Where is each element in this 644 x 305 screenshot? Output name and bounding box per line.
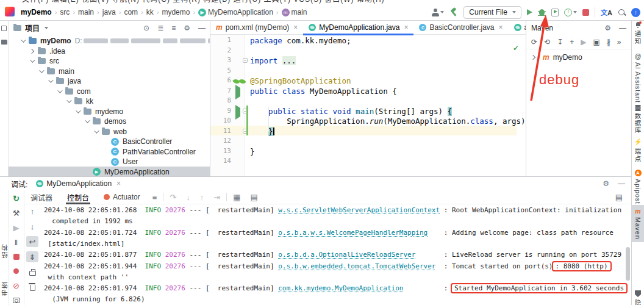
clear-console-button[interactable] bbox=[26, 282, 38, 293]
chevron-down-icon[interactable] bbox=[57, 88, 62, 93]
reload-project-button[interactable]: ⟲ bbox=[544, 38, 550, 46]
execute-goal-button[interactable]: ▣ bbox=[593, 38, 599, 46]
modify-run-configuration-button[interactable]: ⚒ bbox=[10, 208, 23, 218]
search-everywhere-button[interactable] bbox=[618, 9, 626, 16]
tree-item-java[interactable]: java bbox=[9, 76, 210, 87]
tree-item-web[interactable]: web bbox=[9, 126, 210, 137]
menu-bar-clipped[interactable]: 文件(F) 编辑(E) 视图(V) 导航(N) 代码(C) 重构(R) 构建(B… bbox=[0, 0, 644, 4]
run-button[interactable] bbox=[527, 9, 532, 15]
close-icon[interactable]: × bbox=[404, 23, 408, 32]
tree-item-.idea[interactable]: .idea bbox=[9, 46, 210, 56]
download-sources-button[interactable]: ↧ bbox=[557, 38, 563, 46]
resume-button[interactable]: ▶ bbox=[10, 223, 23, 233]
breadcrumb-item-main[interactable]: mmain bbox=[281, 8, 309, 16]
view-breakpoints-button[interactable] bbox=[10, 266, 23, 276]
run-gutter-icon[interactable] bbox=[235, 108, 240, 117]
close-icon[interactable]: × bbox=[293, 23, 298, 32]
tree-item-PathVariableController[interactable]: CPathVariableController bbox=[9, 146, 210, 157]
collapse-all-button[interactable]: ≡ bbox=[171, 24, 176, 32]
debug-tab-控制台[interactable]: 控制台 bbox=[61, 190, 95, 204]
rerun-button[interactable]: ↻ bbox=[10, 193, 23, 204]
fold-marker[interactable]: – bbox=[243, 58, 248, 63]
breadcrumb-item-mydemo[interactable]: mydemo bbox=[160, 8, 191, 16]
translate-button[interactable]: 文A bbox=[601, 7, 612, 17]
chevron-down-icon[interactable] bbox=[85, 118, 90, 123]
run-with-coverage-button[interactable] bbox=[551, 9, 559, 16]
console-output[interactable]: 2024-10-08 22:05:01.268 INFO 20276 --- [… bbox=[40, 204, 631, 305]
chevron-down-icon[interactable] bbox=[21, 37, 26, 42]
debug-tab-调试器[interactable]: 调试器 bbox=[24, 190, 59, 204]
settings-button[interactable]: ⚙ bbox=[603, 179, 609, 188]
chevron-down-icon[interactable] bbox=[39, 68, 44, 73]
chevron-down-icon[interactable] bbox=[48, 77, 53, 82]
run-to-cursor-button[interactable]: ⇥ bbox=[210, 193, 224, 202]
editor-tab-pom-xml-myDemo-[interactable]: mpom.xml (myDemo)× bbox=[210, 21, 303, 35]
stripe-item-书签[interactable]: 书签 bbox=[0, 282, 8, 297]
memory-snapshot-button[interactable] bbox=[10, 295, 23, 305]
close-icon[interactable]: × bbox=[499, 23, 503, 32]
breadcrumb-item-main[interactable]: main bbox=[77, 8, 95, 16]
tree-item-main[interactable]: main bbox=[9, 66, 210, 76]
console-menu-button[interactable]: ≡ bbox=[149, 193, 161, 202]
evaluate-expression-button[interactable]: ▦ bbox=[229, 193, 244, 202]
logger-link[interactable]: o.s.b.d.a.OptionalLiveReloadServer bbox=[278, 251, 415, 259]
code-area[interactable]: 1package com.kk.mydemo;23–import ...56@S… bbox=[210, 35, 526, 176]
run-configuration-selector[interactable]: Current File bbox=[463, 6, 521, 19]
settings-button[interactable]: ⚙ bbox=[604, 24, 611, 32]
logger-link[interactable]: w.s.c.ServletWebServerApplicationContext bbox=[278, 206, 440, 214]
step-over-button[interactable]: ↷ bbox=[166, 193, 180, 202]
tree-item-src[interactable]: src bbox=[9, 56, 210, 66]
locate-file-button[interactable]: ⊙ bbox=[143, 24, 149, 32]
profile-button[interactable] bbox=[431, 9, 444, 16]
hide-panel-button[interactable]: — bbox=[198, 24, 206, 32]
project-panel-title[interactable]: 项目 bbox=[25, 23, 40, 33]
commit-stripe-icon[interactable] bbox=[1, 40, 7, 45]
breadcrumb-item-src[interactable]: src bbox=[59, 8, 71, 16]
stripe-item-Apipost[interactable]: AApipost bbox=[632, 170, 644, 204]
breadcrumb-item-myDemo[interactable]: myDemo bbox=[20, 8, 53, 16]
maven-project-row[interactable]: m myDemo bbox=[526, 49, 631, 65]
chevron-down-icon[interactable] bbox=[45, 27, 48, 29]
print-button[interactable] bbox=[26, 267, 38, 278]
soft-wrap-button[interactable]: ↩ bbox=[26, 236, 38, 247]
expand-all-button[interactable]: ≣ bbox=[157, 24, 163, 32]
tree-item-MyDemoApplication[interactable]: ▶MyDemoApplication bbox=[9, 167, 210, 176]
stop-button[interactable] bbox=[10, 252, 23, 262]
chevron-right-icon[interactable] bbox=[29, 48, 34, 53]
tree-item-root-myDemo[interactable]: myDemoD:\myDem bbox=[9, 35, 210, 46]
stripe-item-通知[interactable]: 通知 bbox=[632, 22, 644, 45]
logger-link[interactable]: com.kk.mydemo.MyDemoApplication bbox=[278, 284, 403, 292]
hide-panel-button[interactable]: — bbox=[618, 179, 625, 188]
run-button[interactable]: ▶ bbox=[581, 38, 586, 46]
reload-all-button[interactable]: ⟳ bbox=[531, 38, 537, 46]
stripe-item-Maven[interactable]: mMaven bbox=[632, 205, 644, 242]
editor-tab-MyDemoApplication-java[interactable]: MyDemoApplication.java× bbox=[303, 21, 413, 35]
editor-tab-BasicController-java[interactable]: CBasicController.java× bbox=[413, 21, 508, 35]
tree-item-BasicController[interactable]: CBasicController bbox=[9, 137, 210, 147]
tree-item-mydemo[interactable]: mydemo bbox=[9, 106, 210, 117]
layout-button2[interactable]: ▤ bbox=[246, 193, 261, 202]
editor-tab-a[interactable]: a× bbox=[509, 21, 526, 35]
run-gutter-icon[interactable] bbox=[235, 88, 240, 96]
tree-item-com[interactable]: com bbox=[9, 86, 210, 96]
inspections-ok-icon[interactable]: ✓ bbox=[513, 44, 519, 52]
console-scrollbar[interactable] bbox=[626, 247, 630, 281]
layout-settings-button[interactable]: ▤ bbox=[612, 193, 626, 202]
breadcrumb-item-kk[interactable]: kk bbox=[145, 8, 155, 16]
tree-item-User[interactable]: CUser bbox=[9, 157, 210, 167]
step-into-button[interactable]: ↓ bbox=[182, 193, 194, 202]
close-icon[interactable]: × bbox=[116, 179, 121, 188]
debug-tab-Actuator[interactable]: Actuator bbox=[98, 190, 146, 204]
mute-breakpoints-button[interactable]: ⊘ bbox=[10, 281, 23, 291]
stripe-item-数据库[interactable]: 数据库 bbox=[632, 105, 644, 134]
update-button[interactable]: ↑ bbox=[631, 8, 640, 17]
logger-link[interactable]: o.s.b.w.embedded.tomcat.TomcatWebServer bbox=[278, 262, 435, 270]
more-actions-button[interactable]: » bbox=[617, 38, 621, 46]
breadcrumb-item-java[interactable]: java bbox=[101, 8, 117, 16]
stripe-item-AI Assistant[interactable]: @AI Assistant bbox=[632, 52, 644, 103]
stripe-item-端点[interactable]: ⚡端点 bbox=[632, 138, 644, 162]
skip-tests-button[interactable]: ∦ bbox=[607, 38, 610, 46]
pause-button[interactable]: ‖ bbox=[10, 237, 23, 248]
chevron-down-icon[interactable] bbox=[94, 128, 99, 133]
editor-area[interactable]: mpom.xml (myDemo)×MyDemoApplication.java… bbox=[210, 21, 526, 176]
